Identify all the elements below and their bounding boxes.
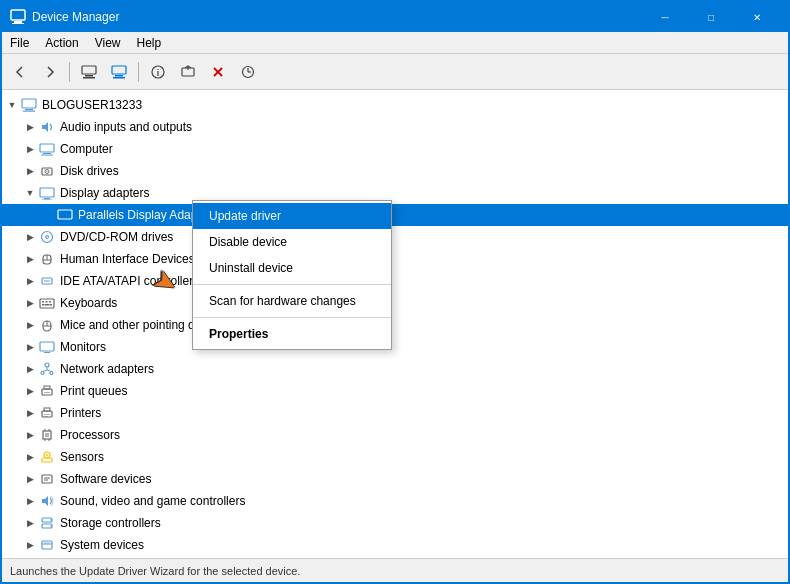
maximize-button[interactable]: □ xyxy=(688,2,734,32)
svg-rect-40 xyxy=(42,301,44,303)
tree-item-usb[interactable]: ▶ Universal Serial Bus controllers xyxy=(2,556,788,558)
tree-item-network[interactable]: ▶ Network adapters xyxy=(2,358,788,380)
uninstall-button[interactable] xyxy=(204,58,232,86)
display-icon xyxy=(38,184,56,202)
tree-item-monitors[interactable]: ▶ Monitors xyxy=(2,336,788,358)
sensors-expand-icon[interactable]: ▶ xyxy=(22,446,38,468)
tree-item-ide[interactable]: ▶ IDE ATA/ATAPI controllers xyxy=(2,270,788,292)
tree-item-mice[interactable]: ▶ Mice and other pointing devices xyxy=(2,314,788,336)
root-label: BLOGUSER13233 xyxy=(42,98,142,112)
tree-item-storage[interactable]: ▶ Storage controllers xyxy=(2,512,788,534)
tree-item-sensors[interactable]: ▶ Sensors xyxy=(2,446,788,468)
tree-item-display[interactable]: ▼ Display adapters xyxy=(2,182,788,204)
tree-item-computer[interactable]: ▶ Computer xyxy=(2,138,788,160)
svg-rect-50 xyxy=(44,352,50,353)
dvd-expand-icon[interactable]: ▶ xyxy=(22,226,38,248)
tree-item-processors[interactable]: ▶ Processors xyxy=(2,424,788,446)
usb-expand-icon[interactable]: ▶ xyxy=(22,556,38,558)
svg-rect-62 xyxy=(44,414,50,415)
tree-root[interactable]: ▼ BLOGUSER13233 xyxy=(2,94,788,116)
scan-button[interactable] xyxy=(234,58,262,86)
update-driver-button[interactable] xyxy=(174,58,202,86)
ctx-scan-hardware[interactable]: Scan for hardware changes xyxy=(193,288,391,314)
dvd-icon xyxy=(38,228,56,246)
svg-rect-18 xyxy=(25,109,33,110)
disk-icon xyxy=(38,162,56,180)
status-text: Launches the Update Driver Wizard for th… xyxy=(10,565,300,577)
software-expand-icon[interactable]: ▶ xyxy=(22,468,38,490)
processors-expand-icon[interactable]: ▶ xyxy=(22,424,38,446)
hid-label: Human Interface Devices xyxy=(60,252,195,266)
title-bar-icon xyxy=(10,9,26,25)
display-expand-icon[interactable]: ▼ xyxy=(22,182,38,204)
tree-item-printq[interactable]: ▶ Print queues xyxy=(2,380,788,402)
svg-marker-76 xyxy=(42,496,48,506)
tree-item-audio[interactable]: ▶ Audio inputs and outputs xyxy=(2,116,788,138)
computer-button[interactable] xyxy=(105,58,133,86)
ide-expand-icon[interactable]: ▶ xyxy=(22,270,38,292)
tree-panel[interactable]: ▼ BLOGUSER13233 ▶ xyxy=(2,90,788,558)
tree-item-system[interactable]: ▶ System devices xyxy=(2,534,788,556)
tree-item-disk[interactable]: ▶ Disk drives xyxy=(2,160,788,182)
audio-expand-icon[interactable]: ▶ xyxy=(22,116,38,138)
audio-label: Audio inputs and outputs xyxy=(60,120,192,134)
properties-button[interactable]: i xyxy=(144,58,172,86)
network-expand-icon[interactable]: ▶ xyxy=(22,358,38,380)
ctx-properties[interactable]: Properties xyxy=(193,321,391,347)
monitors-expand-icon[interactable]: ▶ xyxy=(22,336,38,358)
tree-item-keyboard[interactable]: ▶ Keyboards xyxy=(2,292,788,314)
menu-help[interactable]: Help xyxy=(129,32,170,53)
disk-expand-icon[interactable]: ▶ xyxy=(22,160,38,182)
audio-icon xyxy=(38,118,56,136)
svg-rect-70 xyxy=(42,458,52,462)
tree-item-parallels[interactable]: Parallels Display Adapter (WDDM) xyxy=(2,204,788,226)
keyboard-icon xyxy=(38,294,56,312)
ctx-uninstall-device[interactable]: Uninstall device xyxy=(193,255,391,281)
ctx-update-driver[interactable]: Update driver xyxy=(193,203,391,229)
computer-expand-icon[interactable]: ▶ xyxy=(22,138,38,160)
tree-item-sound[interactable]: ▶ Sound, video and game controllers xyxy=(2,490,788,512)
svg-rect-59 xyxy=(44,392,50,393)
hid-expand-icon[interactable]: ▶ xyxy=(22,248,38,270)
svg-point-51 xyxy=(45,363,49,367)
tree-item-dvd[interactable]: ▶ DVD/CD-ROM drives xyxy=(2,226,788,248)
sound-expand-icon[interactable]: ▶ xyxy=(22,490,38,512)
system-icon xyxy=(38,536,56,554)
svg-rect-29 xyxy=(42,199,52,200)
dvd-label: DVD/CD-ROM drives xyxy=(60,230,173,244)
system-expand-icon[interactable]: ▶ xyxy=(22,534,38,556)
printq-expand-icon[interactable]: ▶ xyxy=(22,380,38,402)
sound-label: Sound, video and game controllers xyxy=(60,494,245,508)
svg-point-80 xyxy=(50,525,52,527)
svg-point-79 xyxy=(50,519,52,521)
svg-line-55 xyxy=(43,370,48,372)
svg-rect-21 xyxy=(40,144,54,152)
forward-button[interactable] xyxy=(36,58,64,86)
sensors-icon xyxy=(38,448,56,466)
back-button[interactable] xyxy=(6,58,34,86)
toolbar: i xyxy=(2,54,788,90)
ide-icon xyxy=(38,272,56,290)
mice-expand-icon[interactable]: ▶ xyxy=(22,314,38,336)
device-manager-window: Device Manager ─ □ ✕ File Action View He… xyxy=(0,0,790,584)
menu-file[interactable]: File xyxy=(2,32,37,53)
storage-expand-icon[interactable]: ▶ xyxy=(22,512,38,534)
storage-icon xyxy=(38,514,56,532)
tree-item-software[interactable]: ▶ Software devices xyxy=(2,468,788,490)
keyboard-label: Keyboards xyxy=(60,296,117,310)
network-icon xyxy=(38,360,56,378)
svg-rect-6 xyxy=(112,66,126,74)
menu-view[interactable]: View xyxy=(87,32,129,53)
close-button[interactable]: ✕ xyxy=(734,2,780,32)
keyboard-expand-icon[interactable]: ▶ xyxy=(22,292,38,314)
printers-expand-icon[interactable]: ▶ xyxy=(22,402,38,424)
minimize-button[interactable]: ─ xyxy=(642,2,688,32)
show-hide-button[interactable] xyxy=(75,58,103,86)
root-expand-icon[interactable]: ▼ xyxy=(4,94,20,116)
tree-item-hid[interactable]: ▶ Human Interface Devices xyxy=(2,248,788,270)
menu-action[interactable]: Action xyxy=(37,32,86,53)
tree-item-printers[interactable]: ▶ Printers xyxy=(2,402,788,424)
svg-rect-0 xyxy=(11,10,25,20)
ctx-disable-device[interactable]: Disable device xyxy=(193,229,391,255)
context-menu: Update driver Disable device Uninstall d… xyxy=(192,200,392,350)
